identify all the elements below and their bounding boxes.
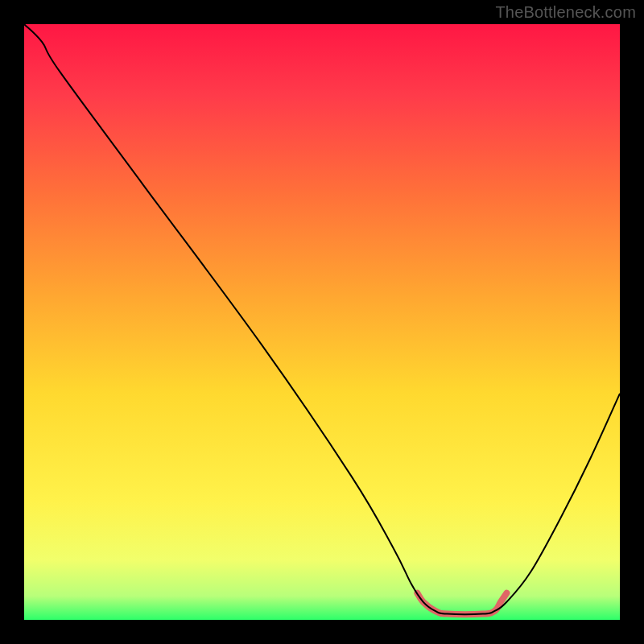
chart-plot-area [24, 24, 620, 620]
watermark-text: TheBottleneck.com [495, 3, 636, 22]
chart-background [24, 24, 620, 620]
chart-svg [24, 24, 620, 620]
